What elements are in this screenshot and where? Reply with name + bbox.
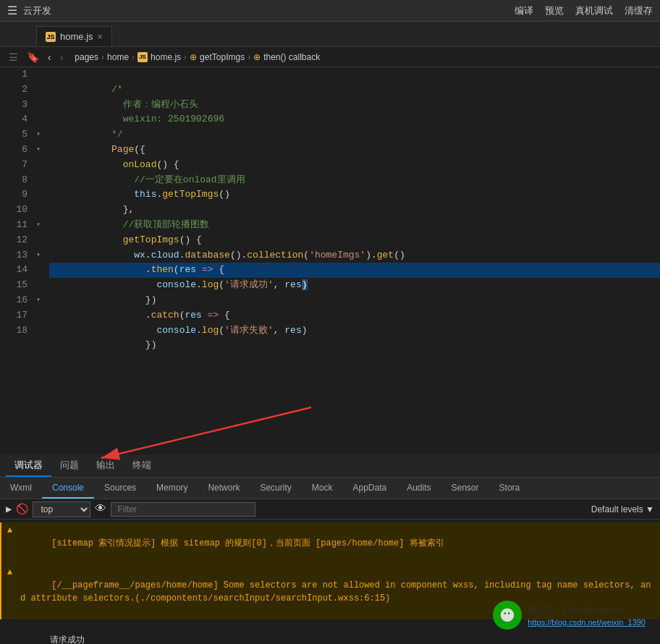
toolbar-left: ☰ 云开发 <box>7 4 51 17</box>
breadcrumb-callback-icon: ⊕ <box>253 52 261 62</box>
breadcrumb-home[interactable]: home <box>107 52 129 62</box>
breadcrumb-then-callback[interactable]: then() callback <box>263 52 320 62</box>
nav-buttons: ☰ 🔖 ‹ › <box>6 50 66 64</box>
filter-input[interactable] <box>111 502 255 517</box>
tab-filename: home.js <box>60 31 93 42</box>
toolbar-right: 编译 预览 真机调试 清缓存 <box>515 4 653 17</box>
eye-button[interactable]: 👁 <box>95 502 106 516</box>
breadcrumb-homejs[interactable]: home.js <box>151 52 181 62</box>
wechat-icon <box>493 601 522 630</box>
warning-icon-1: ▲ <box>7 524 17 537</box>
watermark: 微信号：bianchengxuexi https://blog.csdn.net… <box>493 601 646 630</box>
chrome-tab-wxml[interactable]: Wxml <box>0 478 42 499</box>
devtools-tab-output[interactable]: 输出 <box>88 454 124 477</box>
console-toolbar: ▶ 🚫 top 👁 Default levels ▼ <box>0 499 660 520</box>
watermark-text-block: 微信号：bianchengxuexi https://blog.csdn.net… <box>528 604 646 627</box>
code-content[interactable]: /* 作者：编程小石头 weixin: 2501902696 */ Page({ <box>49 67 660 454</box>
bookmark-icon[interactable]: 🔖 <box>24 50 42 64</box>
collapse-line5[interactable]: ▾ <box>36 127 49 143</box>
chrome-tab-security[interactable]: Security <box>250 478 301 499</box>
warning-text-1: [sitemap 索引情况提示] 根据 sitemap 的规则[0]，当前页面 … <box>20 524 654 563</box>
line-numbers: 1 2 3 4 5 6 7 8 9 10 11 12 13 14 15 16 1… <box>0 67 36 454</box>
file-tab[interactable]: JS home.js × <box>36 26 112 46</box>
hamburger-icon[interactable]: ☰ <box>7 4 17 17</box>
code-line-1: /* <box>49 67 660 82</box>
nav-back-button[interactable]: ‹ <box>45 50 54 64</box>
menu-icon[interactable]: ☰ <box>6 50 21 64</box>
code-line-10: //获取顶部轮播图数 <box>49 203 660 218</box>
app-title: 云开发 <box>23 4 51 17</box>
code-line-5: Page({ <box>49 127 660 143</box>
preview-button[interactable]: 预览 <box>545 4 564 17</box>
editor-area[interactable]: 1 2 3 4 5 6 7 8 9 10 11 12 13 14 15 16 1… <box>0 67 660 454</box>
chrome-tab-mock[interactable]: Mock <box>302 478 343 499</box>
breadcrumb-pages[interactable]: pages <box>75 52 98 62</box>
console-play-button[interactable]: ▶ <box>6 503 12 515</box>
watermark-link[interactable]: https://blog.csdn.net/weixin_1390 <box>528 618 646 627</box>
nav-forward-button[interactable]: › <box>57 50 67 64</box>
breadcrumb-file-icon: JS <box>138 52 148 62</box>
chrome-tab-memory[interactable]: Memory <box>146 478 198 499</box>
context-selector[interactable]: top <box>33 501 90 517</box>
collapse-line11[interactable]: ▾ <box>36 218 49 233</box>
chrome-tab-sources[interactable]: Sources <box>94 478 146 499</box>
chrome-tab-sensor[interactable]: Sensor <box>441 478 489 499</box>
code-line-2: 作者：编程小石头 <box>49 82 660 98</box>
chrome-tab-appdata[interactable]: AppData <box>342 478 397 499</box>
breadcrumb: ☰ 🔖 ‹ › pages › home › JS home.js › ⊕ ge… <box>0 47 660 67</box>
tab-close-button[interactable]: × <box>98 32 103 42</box>
devtools-tabs-bar: 调试器 问题 输出 终端 <box>0 454 660 478</box>
console-stop-button[interactable]: 🚫 <box>16 503 28 515</box>
chrome-tab-stora[interactable]: Stora <box>489 478 530 499</box>
device-debug-button[interactable]: 真机调试 <box>575 4 613 17</box>
breadcrumb-gettopimgs[interactable]: getTopImgs <box>200 52 245 62</box>
collapse-line13[interactable]: ▾ <box>36 248 49 263</box>
chrome-tab-console[interactable]: Console <box>42 478 94 499</box>
breadcrumb-func-icon: ⊕ <box>190 52 197 62</box>
console-warning-1: ▲ [sitemap 索引情况提示] 根据 sitemap 的规则[0]，当前页… <box>0 522 660 564</box>
clear-cache-button[interactable]: 清缓存 <box>625 4 653 17</box>
top-toolbar: ☰ 云开发 编译 预览 真机调试 清缓存 <box>0 0 660 22</box>
default-levels-button[interactable]: Default levels ▼ <box>591 504 654 514</box>
collapse-line6[interactable]: ▾ <box>36 143 49 158</box>
chrome-devtools-tabs: Wxml Console Sources Memory Network Secu… <box>0 478 660 499</box>
chrome-tab-audits[interactable]: Audits <box>397 478 441 499</box>
compile-button[interactable]: 编译 <box>515 4 533 17</box>
tab-bar: JS home.js × <box>0 22 660 47</box>
devtools-tab-terminal[interactable]: 终端 <box>124 454 160 477</box>
warning-icon-2: ▲ <box>7 566 17 579</box>
editor-container: 1 2 3 4 5 6 7 8 9 10 11 12 13 14 15 16 1… <box>0 67 660 454</box>
js-file-icon: JS <box>46 32 56 42</box>
collapse-line16[interactable]: ▾ <box>36 293 49 308</box>
watermark-label: 微信号：bianchengxuexi <box>528 604 646 617</box>
collapse-gutter: ▾ ▾ ▾ ▾ ▾ <box>36 67 49 454</box>
devtools-tab-problems[interactable]: 问题 <box>51 454 88 477</box>
chrome-tab-network[interactable]: Network <box>198 478 250 499</box>
devtools-tab-debugger[interactable]: 调试器 <box>6 454 51 477</box>
